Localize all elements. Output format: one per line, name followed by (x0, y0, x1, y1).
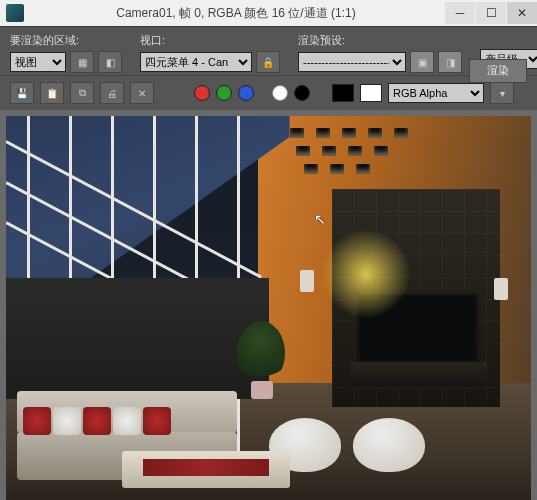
region-tool-2-icon[interactable]: ◧ (98, 51, 122, 73)
lock-icon[interactable]: 🔒 (256, 51, 280, 73)
render-button[interactable]: 渲染 (469, 59, 527, 83)
region-tool-1-icon[interactable]: ▦ (70, 51, 94, 73)
preset-tool-1-icon[interactable]: ▣ (410, 51, 434, 73)
channel-green-icon[interactable] (216, 85, 232, 101)
close-button[interactable]: ✕ (507, 2, 537, 24)
window-buttons: ─ ☐ ✕ (444, 2, 537, 24)
channel-select[interactable]: RGB Alpha (388, 83, 484, 103)
clear-icon[interactable]: ✕ (130, 82, 154, 104)
channel-blue-icon[interactable] (238, 85, 254, 101)
label-viewport: 视口: (140, 33, 280, 48)
titlebar: Camera01, 帧 0, RGBA 颜色 16 位/通道 (1:1) ─ ☐… (0, 0, 537, 26)
channel-dropdown-icon[interactable]: ▾ (490, 82, 514, 104)
maximize-button[interactable]: ☐ (476, 2, 506, 24)
label-preset: 渲染预设: (298, 33, 462, 48)
channel-mono-icon[interactable] (294, 85, 310, 101)
app-icon (6, 4, 24, 22)
channel-alpha-icon[interactable] (272, 85, 288, 101)
swatch-black[interactable] (332, 84, 354, 102)
swatch-white[interactable] (360, 84, 382, 102)
preset-select[interactable]: ------------------------ (298, 52, 406, 72)
channel-red-icon[interactable] (194, 85, 210, 101)
render-area-select[interactable]: 视图 (10, 52, 66, 72)
viewport-select[interactable]: 四元菜单 4 - Can (140, 52, 252, 72)
section-render-area: 要渲染的区域: 视图 ▦ ◧ (10, 33, 122, 73)
minimize-button[interactable]: ─ (445, 2, 475, 24)
print-icon[interactable]: 🖨 (100, 82, 124, 104)
preset-tool-2-icon[interactable]: ◨ (438, 51, 462, 73)
save-icon[interactable]: 💾 (10, 82, 34, 104)
clone-icon[interactable]: ⧉ (70, 82, 94, 104)
section-viewport: 视口: 四元菜单 4 - Can 🔒 (140, 33, 280, 73)
label-render-area: 要渲染的区域: (10, 33, 122, 48)
copy-icon[interactable]: 📋 (40, 82, 64, 104)
rendered-image: ↖ (6, 116, 531, 500)
toolbar-row-1: 要渲染的区域: 视图 ▦ ◧ 视口: 四元菜单 4 - Can 🔒 渲染预设: (0, 27, 537, 75)
section-preset: 渲染预设: ------------------------ ▣ ◨ (298, 33, 462, 73)
render-viewport: ↖ (0, 110, 537, 500)
toolbar: 渲染 要渲染的区域: 视图 ▦ ◧ 视口: 四元菜单 4 - Can 🔒 渲染预… (0, 26, 537, 110)
label-output (480, 33, 537, 45)
toolbar-row-2: 💾 📋 ⧉ 🖨 ✕ RGB Alpha ▾ (0, 75, 537, 110)
window-title: Camera01, 帧 0, RGBA 颜色 16 位/通道 (1:1) (28, 5, 444, 22)
